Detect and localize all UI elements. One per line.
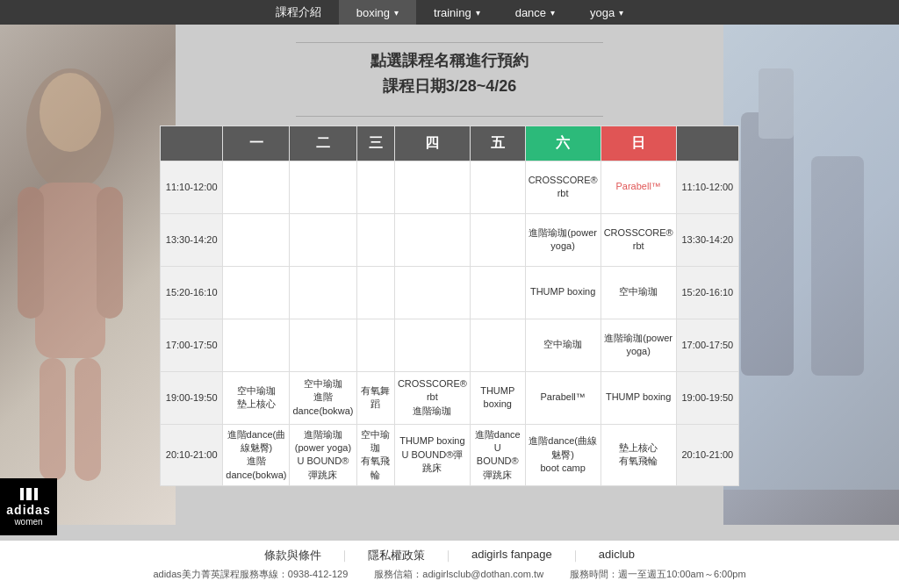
chevron-down-icon: ▾ bbox=[619, 8, 623, 18]
cell-3-2 bbox=[356, 319, 394, 371]
cell-text: 進階瑜珈(power yoga) bbox=[292, 428, 353, 455]
cell-1-1 bbox=[290, 213, 356, 266]
cell-3-3 bbox=[394, 319, 470, 371]
cell-0-3 bbox=[394, 161, 470, 213]
nav-item-dance[interactable]: dance ▾ bbox=[498, 0, 572, 25]
cell-2-4 bbox=[470, 266, 525, 319]
header-wed: 三 bbox=[356, 125, 394, 161]
cell-text: 有氧舞蹈 bbox=[360, 384, 392, 412]
cell-text: 有氧飛輪 bbox=[360, 455, 392, 482]
adidas-logo: adidas women bbox=[0, 478, 57, 535]
navbar: 課程介紹 boxing ▾ training ▾ dance ▾ yoga ▾ bbox=[0, 0, 899, 25]
cell-text: U BOUND®彈跳床 bbox=[473, 441, 522, 482]
nav-item-boxing[interactable]: boxing ▾ bbox=[339, 0, 416, 25]
cell-text: CROSSCORE® rbt bbox=[604, 226, 673, 254]
cell-text: Parabell™ bbox=[604, 180, 673, 193]
time-cell-left-4: 19:00-19:50 bbox=[161, 371, 223, 424]
cell-text: 有氧飛輪 bbox=[604, 455, 673, 468]
cell-5-2[interactable]: 空中瑜珈有氧飛輪 bbox=[356, 424, 394, 486]
cell-0-2 bbox=[356, 161, 394, 213]
cell-4-6[interactable]: THUMP boxing bbox=[601, 371, 676, 424]
cell-0-4 bbox=[470, 161, 525, 213]
cell-4-4[interactable]: THUMP boxing bbox=[470, 371, 525, 424]
footer-links: 條款與條件 ｜ 隱私權政策 ｜ adigirls fanpage ｜ adicl… bbox=[0, 548, 899, 563]
header-fri: 五 bbox=[470, 125, 525, 161]
cell-4-2[interactable]: 有氧舞蹈 bbox=[356, 371, 394, 424]
cell-5-4[interactable]: 進階danceU BOUND®彈跳床 bbox=[470, 424, 525, 486]
table-row: 13:30-14:20進階瑜珈(power yoga)CROSSCORE® rb… bbox=[161, 213, 739, 266]
footer-link-privacy[interactable]: 隱私權政策 bbox=[368, 548, 425, 563]
adidas-stripes bbox=[20, 488, 38, 500]
cell-text: U BOUND®彈跳床 bbox=[398, 448, 467, 476]
cell-text: 進階瑜珈(power yoga) bbox=[529, 226, 598, 254]
cell-text: THUMP boxing bbox=[398, 434, 467, 448]
cell-5-1[interactable]: 進階瑜珈(power yoga)U BOUND®彈跳床 bbox=[290, 424, 356, 486]
cell-4-3[interactable]: CROSSCORE® rbt進階瑜珈 bbox=[394, 371, 470, 424]
cell-2-1 bbox=[290, 266, 356, 319]
cell-3-6[interactable]: 進階瑜珈(power yoga) bbox=[601, 319, 676, 371]
footer-divider-3: ｜ bbox=[570, 548, 581, 563]
cell-text: boot camp bbox=[529, 462, 598, 475]
cell-4-1[interactable]: 空中瑜珈進階dance(bokwa) bbox=[290, 371, 356, 424]
cell-1-4 bbox=[470, 213, 525, 266]
cell-text: 墊上核心 bbox=[226, 398, 286, 411]
cell-text: 空中瑜珈 bbox=[360, 428, 392, 455]
schedule-wrapper: 一 二 三 四 五 六 日 11:10-12:00CROSSCORE® rbtP… bbox=[160, 125, 739, 487]
cell-0-5[interactable]: CROSSCORE® rbt bbox=[525, 161, 601, 213]
cell-text: 空中瑜珈 bbox=[529, 338, 598, 351]
cell-2-3 bbox=[394, 266, 470, 319]
main-content: 點選課程名稱進行預約 課程日期3/28~4/26 一 二 三 四 五 六 日 1… bbox=[0, 25, 899, 486]
cell-3-0 bbox=[223, 319, 290, 371]
cell-0-6[interactable]: Parabell™ bbox=[601, 161, 676, 213]
table-row: 15:20-16:10THUMP boxing空中瑜珈15:20-16:10 bbox=[161, 266, 739, 319]
cell-1-5[interactable]: 進階瑜珈(power yoga) bbox=[525, 213, 601, 266]
time-cell-right-5: 20:10-21:00 bbox=[676, 424, 738, 486]
footer-link-adiclub[interactable]: adiclub bbox=[599, 548, 635, 563]
cell-text: 進階dance(曲線魅臀) bbox=[226, 428, 286, 455]
time-cell-right-0: 11:10-12:00 bbox=[676, 161, 738, 213]
cell-4-5[interactable]: Parabell™ bbox=[525, 371, 601, 424]
time-cell-right-2: 15:20-16:10 bbox=[676, 266, 738, 319]
nav-label-yoga: yoga bbox=[590, 6, 615, 19]
footer-divider-1: ｜ bbox=[339, 548, 350, 563]
cell-2-6[interactable]: 空中瑜珈 bbox=[601, 266, 676, 319]
nav-item-intro[interactable]: 課程介紹 bbox=[258, 0, 339, 25]
footer-phone: adidas美力菁英課程服務專線：0938-412-129 bbox=[153, 568, 348, 581]
cell-2-5[interactable]: THUMP boxing bbox=[525, 266, 601, 319]
nav-label-dance: dance bbox=[515, 6, 546, 19]
cell-text: THUMP boxing bbox=[529, 285, 598, 298]
chevron-down-icon: ▾ bbox=[476, 8, 480, 18]
footer-info: adidas美力菁英課程服務專線：0938-412-129 服務信箱：adigi… bbox=[0, 568, 899, 581]
footer: 條款與條件 ｜ 隱私權政策 ｜ adigirls fanpage ｜ adicl… bbox=[0, 541, 899, 588]
cell-text: 進階dance bbox=[473, 428, 522, 441]
cell-1-3 bbox=[394, 213, 470, 266]
cell-3-5[interactable]: 空中瑜珈 bbox=[525, 319, 601, 371]
header-mon: 一 bbox=[223, 125, 290, 161]
cell-5-6[interactable]: 墊上核心有氧飛輪 bbox=[601, 424, 676, 486]
cell-5-5[interactable]: 進階dance(曲線魅臀)boot camp bbox=[525, 424, 601, 486]
chevron-down-icon: ▾ bbox=[394, 8, 399, 18]
cell-5-0[interactable]: 進階dance(曲線魅臀)進階dance(bokwa) bbox=[223, 424, 290, 486]
cell-3-1 bbox=[290, 319, 356, 371]
time-cell-left-5: 20:10-21:00 bbox=[161, 424, 223, 486]
cell-text: 進階瑜珈(power yoga) bbox=[604, 332, 673, 359]
cell-2-2 bbox=[356, 266, 394, 319]
footer-link-terms[interactable]: 條款與條件 bbox=[264, 548, 321, 563]
cell-5-3[interactable]: THUMP boxingU BOUND®彈跳床 bbox=[394, 424, 470, 486]
header-thu: 四 bbox=[394, 125, 470, 161]
footer-hours: 服務時間：週一至週五10:00am～6:00pm bbox=[570, 568, 746, 581]
cell-text: 進階dance(曲線魅臀) bbox=[529, 434, 598, 462]
footer-link-fanpage[interactable]: adigirls fanpage bbox=[471, 548, 552, 563]
table-row: 11:10-12:00CROSSCORE® rbtParabell™11:10-… bbox=[161, 161, 739, 213]
cell-text: CROSSCORE® rbt bbox=[529, 174, 598, 201]
nav-item-yoga[interactable]: yoga ▾ bbox=[572, 0, 641, 25]
cell-1-6[interactable]: CROSSCORE® rbt bbox=[601, 213, 676, 266]
cell-4-0[interactable]: 空中瑜珈墊上核心 bbox=[223, 371, 290, 424]
nav-item-training[interactable]: training ▾ bbox=[416, 0, 498, 25]
cell-0-0 bbox=[223, 161, 290, 213]
time-cell-right-4: 19:00-19:50 bbox=[676, 371, 738, 424]
cell-1-0 bbox=[223, 213, 290, 266]
header-time bbox=[161, 125, 223, 161]
cell-0-1 bbox=[290, 161, 356, 213]
cell-text: 空中瑜珈 bbox=[292, 377, 353, 391]
